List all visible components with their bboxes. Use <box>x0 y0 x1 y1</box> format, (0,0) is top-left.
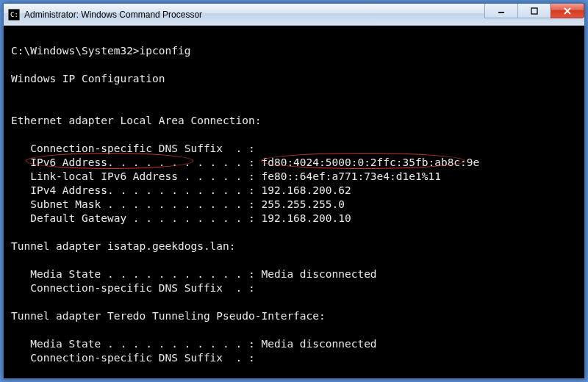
maximize-button[interactable] <box>517 4 551 18</box>
adapter1-row: Link-local IPv6 Address . . . . . : fe80… <box>11 170 441 182</box>
adapter1-row: Default Gateway . . . . . . . . . : 192.… <box>11 212 351 224</box>
adapter2-row: Media State . . . . . . . . . . . : Medi… <box>11 268 377 280</box>
config-heading: Windows IP Configuration <box>11 73 165 84</box>
adapter1-row: IPv4 Address. . . . . . . . . . . : 192.… <box>11 184 351 196</box>
adapter2-row: Connection-specific DNS Suffix . : <box>11 282 255 294</box>
adapter1-row: IPv6 Address. . . . . . . . . . . : fd80… <box>11 156 479 168</box>
window-controls <box>485 4 584 18</box>
adapter3-row: Media State . . . . . . . . . . . : Medi… <box>11 338 377 350</box>
adapter1-row: Connection-specific DNS Suffix . : <box>11 143 255 154</box>
adapter2-header: Tunnel adapter isatap.geekdogs.lan: <box>11 240 236 252</box>
command-prompt-window: C: Administrator: Windows Command Proces… <box>3 3 585 379</box>
console-output[interactable]: C:\Windows\System32>ipconfig Windows IP … <box>8 29 580 374</box>
svg-rect-4 <box>531 8 537 14</box>
svg-text:C:: C: <box>10 11 18 18</box>
window-title: Administrator: Windows Command Processor <box>24 10 202 20</box>
adapter1-row: Subnet Mask . . . . . . . . . . . : 255.… <box>11 198 345 210</box>
adapter3-row: Connection-specific DNS Suffix . : <box>11 352 255 364</box>
titlebar[interactable]: C: Administrator: Windows Command Proces… <box>4 4 584 26</box>
minimize-button[interactable] <box>484 4 518 18</box>
adapter3-header: Tunnel adapter Teredo Tunneling Pseudo-I… <box>11 310 326 322</box>
close-button[interactable] <box>551 4 584 18</box>
cmd-icon: C: <box>8 9 20 21</box>
adapter1-header: Ethernet adapter Local Area Connection: <box>11 115 261 126</box>
prompt-line: C:\Windows\System32>ipconfig <box>11 45 190 57</box>
